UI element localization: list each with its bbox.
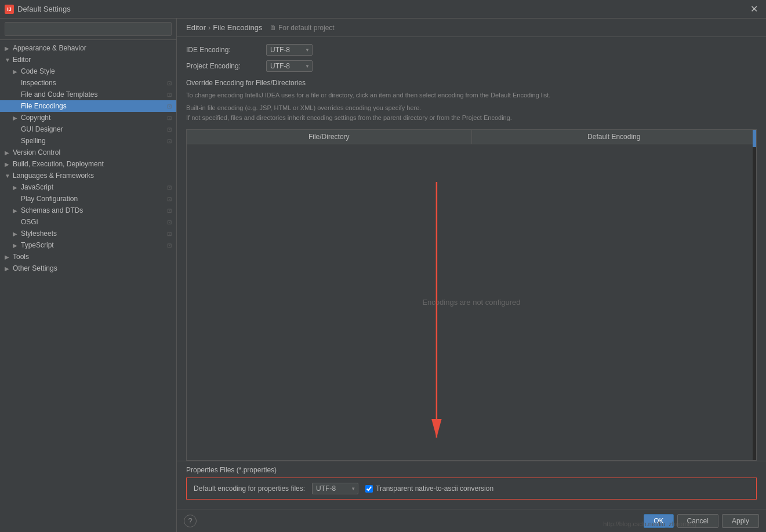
settings-icon: ⊡ [167,92,172,98]
prop-encoding-select-wrapper: UTF-8 [312,483,358,494]
sidebar-item-spelling[interactable]: Spelling⊡ [0,135,176,147]
ide-encoding-label: IDE Encoding: [186,46,262,54]
arrow-icon: ▶ [13,184,21,191]
sidebar-item-label: Code Style [21,67,172,75]
project-encoding-row: Project Encoding: UTF-8 [186,60,757,72]
prop-label: Default encoding for properties files: [194,484,305,493]
scrollbar[interactable] [753,130,756,460]
override-title: Override Encoding for Files/Directories [186,79,757,87]
sidebar-item-osgi[interactable]: OSGi⊡ [0,216,176,228]
sidebar-item-label: Editor [13,56,172,64]
sidebar-item-inspections[interactable]: Inspections⊡ [0,77,176,89]
settings-icon: ⊡ [167,207,172,214]
sidebar-item-label: Appearance & Behavior [13,44,172,52]
sidebar-item-label: JavaScript [21,183,165,191]
sidebar-item-appearance[interactable]: ▶Appearance & Behavior [0,42,176,54]
arrow-icon: ▶ [5,161,13,167]
settings-icon: ⊡ [167,138,172,144]
col-default-encoding: Default Encoding [472,130,757,144]
sidebar-item-label: Spelling [21,137,165,145]
settings-icon: ⊡ [167,196,172,202]
project-encoding-select[interactable]: UTF-8 [266,60,313,72]
breadcrumb-note: 🗎 For default project [270,24,335,32]
arrow-icon: ▼ [5,173,13,179]
sidebar-item-build-execution[interactable]: ▶Build, Execution, Deployment [0,158,176,170]
sidebar-item-play-configuration[interactable]: Play Configuration⊡ [0,193,176,205]
sidebar: ▶Appearance & Behavior▼Editor▶Code Style… [0,19,177,532]
sidebar-item-label: Other Settings [13,264,172,272]
ide-encoding-select[interactable]: UTF-8 [266,44,313,56]
bottom-bar: ? http://blog.csdn.net/liu_zhaoming OK C… [177,509,766,532]
window-title: Default Settings [17,5,71,13]
col-file-dir: File/Directory [187,130,472,144]
settings-icon: ⊡ [167,80,172,86]
help-button[interactable]: ? [184,515,197,527]
app-icon: IJ [5,5,14,14]
settings-icon: ⊡ [167,115,172,121]
sidebar-item-typescript[interactable]: ▶TypeScript⊡ [0,239,176,251]
sidebar-item-label: Stylesheets [21,229,165,238]
sidebar-item-schemas-dtds[interactable]: ▶Schemas and DTDs⊡ [0,205,176,216]
search-box [0,19,176,40]
sidebar-item-version-control[interactable]: ▶Version Control [0,147,176,158]
sidebar-item-tools[interactable]: ▶Tools [0,251,176,263]
settings-icon: ⊡ [167,126,172,133]
ide-encoding-select-wrapper: UTF-8 [266,44,313,56]
sidebar-item-languages-frameworks[interactable]: ▼Languages & Frameworks [0,170,176,181]
empty-message: Encodings are not configured [422,298,520,307]
settings-icon: ⊡ [167,103,172,110]
sidebar-item-label: Inspections [21,79,165,87]
sidebar-item-label: Languages & Frameworks [13,172,172,180]
sidebar-item-label: Build, Execution, Deployment [13,160,172,168]
sidebar-item-label: File and Code Templates [21,90,165,99]
project-encoding-select-wrapper: UTF-8 [266,60,313,72]
right-panel: Editor › File Encodings 🗎 For default pr… [177,19,766,532]
sidebar-tree: ▶Appearance & Behavior▼Editor▶Code Style… [0,40,176,532]
prop-encoding-select[interactable]: UTF-8 [312,483,358,494]
sidebar-item-label: Copyright [21,114,165,122]
sidebar-item-file-code-templates[interactable]: File and Code Templates⊡ [0,89,176,100]
arrow-icon: ▶ [13,207,21,214]
sidebar-item-code-style[interactable]: ▶Code Style [0,65,176,77]
native-ascii-checkbox[interactable] [365,485,373,493]
arrow-icon: ▶ [13,231,21,237]
sidebar-item-label: Tools [13,253,172,261]
sidebar-item-gui-designer[interactable]: GUI Designer⊡ [0,123,176,135]
arrow-icon: ▶ [13,242,21,249]
scrollbar-thumb [753,130,756,147]
watermark: http://blog.csdn.net/liu_zhaoming [603,520,696,527]
arrow-icon: ▼ [5,57,13,63]
settings-area: IDE Encoding: UTF-8 Project Encoding: UT… [177,37,766,461]
ide-encoding-row: IDE Encoding: UTF-8 [186,44,757,56]
arrow-icon: ▶ [5,254,13,260]
sidebar-item-label: File Encodings [21,102,165,110]
sidebar-item-label: OSGi [21,218,165,226]
breadcrumb: Editor › File Encodings 🗎 For default pr… [177,19,766,37]
search-input[interactable] [5,22,172,36]
arrow-icon: ▶ [5,45,13,52]
sidebar-item-label: GUI Designer [21,125,165,133]
settings-icon: ⊡ [167,184,172,191]
sidebar-item-label: Schemas and DTDs [21,206,165,214]
sidebar-item-copyright[interactable]: ▶Copyright⊡ [0,112,176,123]
settings-icon: ⊡ [167,242,172,249]
arrow-icon: ▶ [13,68,21,75]
sidebar-item-label: Version Control [13,148,172,156]
settings-icon: ⊡ [167,219,172,225]
sidebar-item-file-encodings[interactable]: File Encodings⊡ [0,100,176,112]
checkbox-wrapper: Transparent native-to-ascii conversion [365,484,493,493]
encoding-table: File/Directory Default Encoding Encoding… [186,129,757,461]
sidebar-item-stylesheets[interactable]: ▶Stylesheets⊡ [0,228,176,239]
settings-icon: ⊡ [167,231,172,237]
sidebar-item-editor[interactable]: ▼Editor [0,54,176,65]
table-header: File/Directory Default Encoding [187,130,756,144]
sidebar-item-label: Play Configuration [21,195,165,203]
sidebar-item-javascript[interactable]: ▶JavaScript⊡ [0,181,176,193]
close-button[interactable]: ✕ [747,2,761,16]
properties-section: Properties Files (*.properties) Default … [177,461,766,509]
apply-button[interactable]: Apply [722,514,759,528]
sidebar-item-label: TypeScript [21,241,165,249]
title-bar: IJ Default Settings ✕ [0,0,766,19]
breadcrumb-current: File Encodings [213,23,262,32]
sidebar-item-other-settings[interactable]: ▶Other Settings [0,263,176,274]
